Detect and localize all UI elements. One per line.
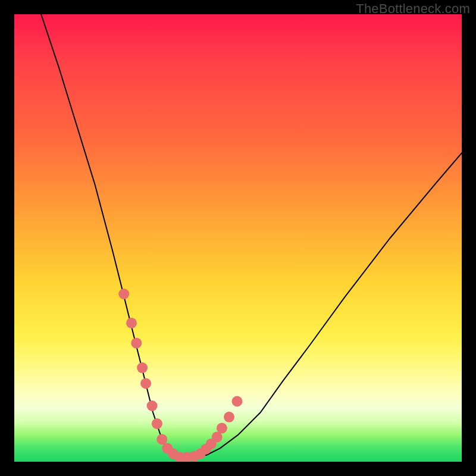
marker-point (217, 423, 227, 434)
curve-path (41, 14, 462, 458)
marker-point (137, 362, 148, 373)
marker-point (118, 289, 129, 299)
marker-point (131, 338, 142, 349)
plot-area (14, 14, 462, 462)
marker-point (147, 400, 158, 411)
bottleneck-curve (41, 14, 462, 458)
marker-point (232, 396, 243, 407)
highlighted-points (118, 289, 242, 462)
marker-point (152, 418, 162, 429)
watermark-text: TheBottleneck.com (356, 1, 470, 17)
chart-svg (14, 14, 462, 462)
chart-frame: TheBottleneck.com (0, 0, 476, 476)
marker-point (126, 318, 137, 328)
marker-point (224, 412, 234, 422)
marker-point (140, 378, 151, 389)
marker-point (156, 434, 167, 444)
